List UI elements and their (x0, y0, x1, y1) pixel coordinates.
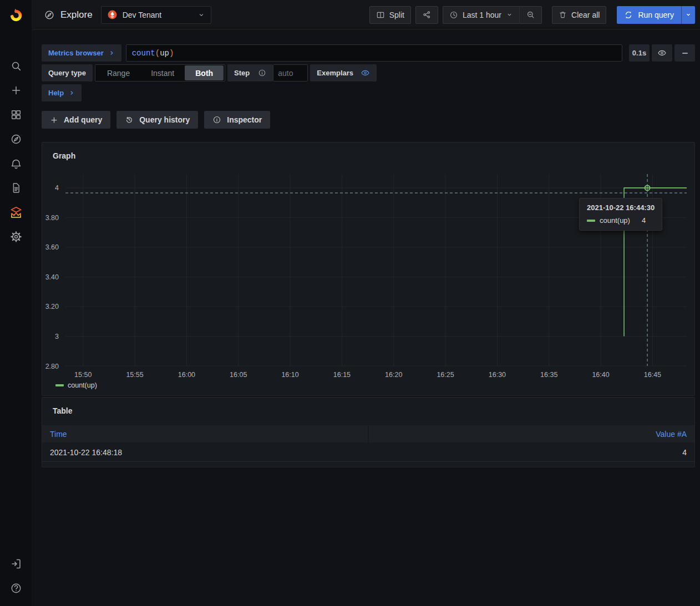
query-type-range[interactable]: Range (97, 65, 140, 80)
run-query-dropdown-button[interactable] (681, 6, 695, 24)
compass-icon (10, 133, 22, 145)
svg-text:4: 4 (55, 184, 59, 192)
svg-text:16:25: 16:25 (437, 371, 454, 379)
exemplars-label: Exemplars (317, 69, 353, 77)
add-query-button[interactable]: Add query (42, 111, 110, 129)
query-type-radio-group: Range Instant Both (95, 64, 225, 82)
table-panel: Table Time Value #A 2021-10-22 16:48:18 … (42, 397, 695, 467)
share-icon (422, 10, 432, 19)
sidebar-item-dashboards[interactable] (0, 103, 32, 127)
split-button[interactable]: Split (369, 6, 411, 24)
svg-text:15:50: 15:50 (74, 371, 92, 379)
svg-text:16:15: 16:15 (333, 371, 351, 379)
time-picker-group: Last 1 hour (443, 6, 542, 24)
sidebar-item-search[interactable] (0, 54, 32, 78)
time-picker-button[interactable]: Last 1 hour (443, 6, 519, 24)
graph-tooltip: 2021-10-22 16:44:30 count(up) 4 (579, 198, 662, 231)
zoom-out-icon (526, 10, 535, 19)
sidebar-item-create[interactable] (0, 78, 32, 103)
svg-text:16:05: 16:05 (230, 371, 247, 379)
sidebar-item-explore[interactable] (0, 127, 32, 151)
table-cell-time: 2021-10-22 16:48:18 (42, 443, 368, 461)
graph-panel: Graph 15:5015:5516:0016:0516:1016:1516:2… (42, 142, 695, 396)
plus-icon (10, 84, 22, 96)
metrics-browser-label: Metrics browser (48, 49, 104, 57)
metrics-browser-button[interactable]: Metrics browser (42, 44, 121, 62)
sidebar-item-sign-in[interactable] (0, 552, 32, 576)
svg-text:16:35: 16:35 (540, 371, 557, 379)
gear-icon (10, 231, 22, 243)
query-history-button[interactable]: Query history (116, 111, 198, 129)
help-icon (10, 582, 22, 594)
run-query-label: Run query (638, 11, 674, 19)
tooltip-series-name: count(up) (600, 216, 630, 225)
table-panel-title: Table (42, 398, 694, 415)
sidebar-item-settings[interactable] (0, 225, 32, 249)
history-icon (125, 115, 134, 124)
remove-query-button[interactable] (674, 44, 695, 62)
sidebar-bottom-nav (0, 552, 32, 600)
query-exec-time: 0.1s (629, 44, 650, 62)
chevron-right-icon (109, 50, 115, 56)
sidebar-item-mimir[interactable] (0, 200, 32, 225)
share-button[interactable] (415, 6, 438, 24)
tooltip-series-value: 4 (642, 216, 646, 225)
sync-icon (624, 11, 633, 19)
query-type-instant[interactable]: Instant (140, 65, 185, 80)
tooltip-series-swatch (587, 220, 595, 222)
clock-icon (449, 11, 458, 19)
info-icon (258, 69, 266, 77)
legend-item-count-up[interactable]: count(up) (55, 381, 97, 389)
zoom-out-button[interactable] (519, 6, 542, 24)
query-history-label: Query history (139, 115, 190, 124)
exemplars-toggle-button[interactable] (361, 68, 370, 78)
add-query-label: Add query (64, 115, 102, 124)
svg-text:3: 3 (55, 333, 59, 340)
datasource-picker[interactable]: Dev Tenant (101, 6, 211, 24)
info-icon (212, 115, 221, 124)
chevron-down-icon (506, 11, 513, 18)
sidebar-item-help[interactable] (0, 576, 32, 600)
help-label: Help (48, 89, 64, 97)
time-range-label: Last 1 hour (463, 11, 501, 19)
table-header-row: Time Value #A (42, 425, 694, 442)
svg-text:16:40: 16:40 (592, 371, 609, 379)
datasource-name: Dev Tenant (123, 11, 162, 19)
bell-icon (10, 157, 22, 170)
query-actions-row: Add query Query history Inspector (42, 111, 695, 129)
sidebar-item-alerting[interactable] (0, 151, 32, 176)
prometheus-icon (107, 9, 118, 20)
query-options-row: Query type Range Instant Both Step Exemp… (42, 64, 695, 82)
table-column-header-value[interactable]: Value #A (369, 425, 694, 442)
query-editor: Metrics browser count(up) 0.1s Query typ… (42, 44, 695, 129)
inspector-button[interactable]: Inspector (204, 111, 270, 129)
trash-icon (559, 11, 567, 19)
grafana-logo-icon (8, 6, 24, 24)
clear-all-button[interactable]: Clear all (552, 6, 606, 24)
table-cell-value: 4 (368, 443, 694, 461)
toggle-visibility-button[interactable] (652, 44, 672, 62)
chevron-down-icon (685, 11, 692, 18)
mimir-icon (9, 206, 23, 219)
run-query-button[interactable]: Run query (617, 6, 681, 24)
sign-in-icon (10, 558, 22, 570)
tooltip-series-row: count(up) 4 (587, 216, 655, 225)
search-icon (10, 60, 22, 72)
page-title: Explore (60, 9, 93, 21)
sidebar-item-docs[interactable] (0, 176, 32, 200)
svg-text:16:30: 16:30 (489, 371, 506, 379)
eye-icon (361, 68, 370, 78)
split-icon (376, 11, 385, 19)
chevron-right-icon (69, 90, 75, 96)
grafana-logo[interactable] (5, 4, 27, 26)
clear-all-label: Clear all (571, 11, 600, 19)
svg-text:16:20: 16:20 (385, 371, 402, 379)
table-column-header-time[interactable]: Time (42, 425, 368, 442)
exemplars-chip: Exemplars (310, 64, 377, 82)
legend-swatch (55, 384, 64, 386)
query-type-label: Query type (42, 64, 93, 82)
step-input[interactable] (273, 64, 308, 82)
query-type-both[interactable]: Both (185, 65, 224, 80)
query-expression-input[interactable]: count(up) (126, 44, 622, 62)
help-button[interactable]: Help (42, 84, 82, 101)
